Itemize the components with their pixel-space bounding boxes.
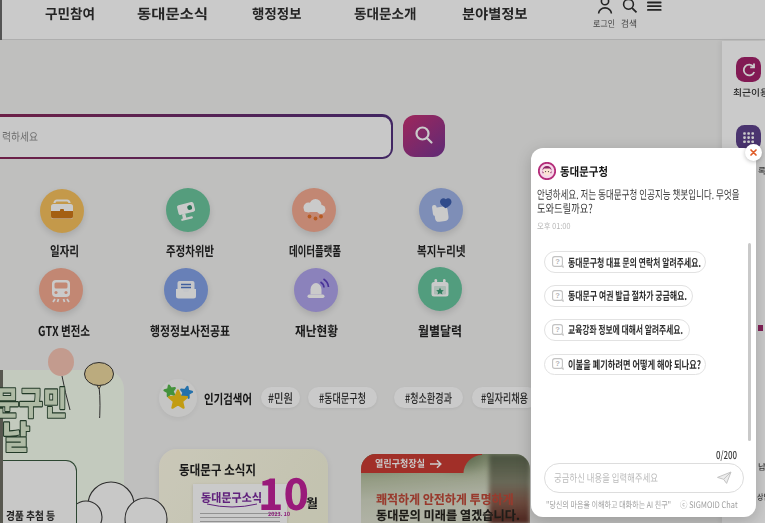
svg-text:?: ? [555, 258, 560, 267]
svg-text:?: ? [555, 325, 560, 334]
svg-text:?: ? [555, 291, 560, 300]
svg-text:?: ? [555, 360, 560, 369]
